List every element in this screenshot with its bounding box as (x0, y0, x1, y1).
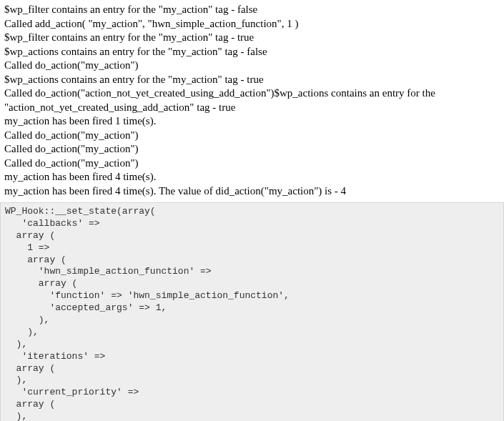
log-line: Called do_action("my_action") (4, 157, 500, 171)
code-dump: WP_Hook::__set_state(array( 'callbacks' … (0, 202, 504, 421)
log-line: $wp_filter contains an entry for the "my… (4, 31, 500, 45)
log-line: Called do_action("my_action") (4, 59, 500, 73)
log-line: Called do_action("my_action") (4, 142, 500, 157)
log-line: my_action has been fired 1 time(s). (4, 114, 500, 129)
output-log: $wp_filter contains an entry for the "my… (0, 0, 504, 199)
log-line: my_action has been fired 4 time(s). (4, 170, 500, 184)
log-line: Called do_action("my_action") (4, 129, 500, 143)
log-line: $wp_actions contains an entry for the "m… (4, 73, 500, 87)
log-line: my_action has been fired 4 time(s). The … (4, 184, 500, 199)
log-line: $wp_filter contains an entry for the "my… (4, 3, 500, 17)
log-line: Called do_action("action_not_yet_created… (4, 86, 500, 114)
log-line: Called add_action( "my_action", "hwn_sim… (4, 17, 500, 31)
log-line: $wp_actions contains an entry for the "m… (4, 45, 500, 59)
